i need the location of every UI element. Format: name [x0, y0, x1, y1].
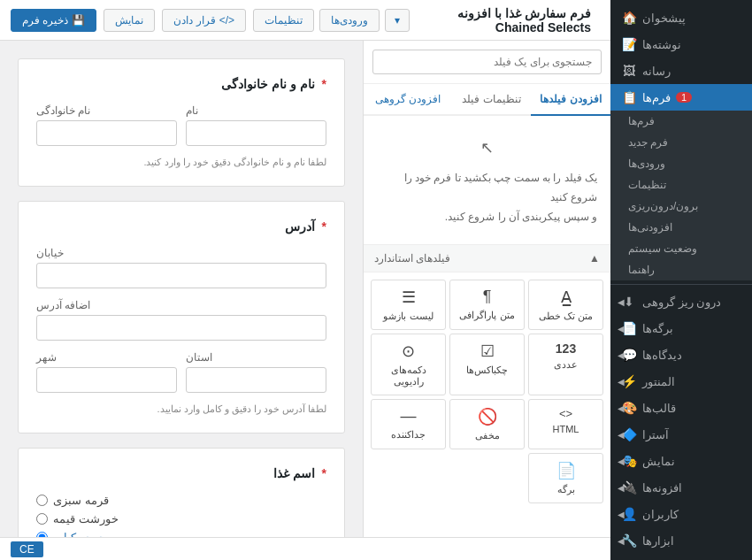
status-label: وضعیت سیستم — [628, 242, 697, 255]
settings-label: تنظیمات — [628, 179, 666, 191]
field-page[interactable]: 📄 برگه — [528, 453, 603, 503]
sidebar-sub-integrations[interactable]: برون/درون‌ریزی — [610, 196, 752, 217]
street-row: خیابان — [36, 247, 326, 288]
field-html[interactable]: <> HTML — [528, 399, 603, 449]
field-single-line[interactable]: A̲ متن تک خطی — [528, 280, 603, 330]
preview-label: نمایش — [115, 14, 143, 27]
city-input[interactable] — [36, 367, 177, 393]
comments-icon: 💬 — [621, 347, 637, 363]
preview-button[interactable]: نمایش — [104, 9, 155, 32]
sidebar-sub-new-form[interactable]: فرم جدید — [610, 132, 752, 153]
elementor-icon: ⚡ — [621, 373, 637, 389]
embed-label: قرار دادن — [173, 14, 215, 27]
street-input[interactable] — [36, 263, 326, 288]
save-button[interactable]: 💾 ذخیره فرم — [11, 9, 96, 32]
sidebar-item-posts[interactable]: نوشته‌ها 📝 — [610, 31, 752, 58]
field-list[interactable]: ☰ لیست بازشو — [371, 280, 446, 330]
entries-tab-label: ورودی‌ها — [331, 14, 368, 27]
sidebar-sub-addons[interactable]: افزودنی‌ها — [610, 217, 752, 238]
field-hidden[interactable]: 🚫 مخفی — [449, 399, 525, 449]
single-line-icon: A̲ — [533, 288, 599, 307]
sidebar-item-dashboard[interactable]: پیشخوان 🏠 — [610, 4, 752, 31]
field-number[interactable]: 123 عددی — [528, 334, 603, 395]
plugins-label: افزونه‌ها — [642, 481, 682, 495]
name-fields-row: نام نام خانوادگی — [36, 104, 326, 146]
address-section-title: * آدرس — [36, 219, 326, 234]
sidebar-item-templates[interactable]: قالب‌ها 🎨 — [610, 395, 752, 421]
sidebar-item-pages[interactable]: برگه‌ها 📄 — [610, 315, 752, 341]
sidebar-item-tools[interactable]: ابزارها 🔧 — [610, 527, 752, 554]
search-box — [364, 41, 610, 84]
name-title-text: نام و نام خانوادگی — [221, 77, 315, 91]
number-icon: 123 — [533, 341, 599, 356]
required-star-name: * — [322, 77, 326, 91]
forms-badge: 1 — [676, 92, 692, 103]
address-section: * آدرس خیابان اضافه آدرس — [18, 201, 345, 433]
more-label: ▾ — [395, 14, 400, 27]
entries-tab[interactable]: ورودی‌ها — [319, 9, 380, 32]
tab-add-fields[interactable]: افزودن فیلدها — [531, 84, 610, 116]
sidebar-sub-status[interactable]: وضعیت سیستم — [610, 238, 752, 259]
sidebar-item-gutenberg[interactable]: درون ریز گروهی ⬇ — [610, 288, 752, 315]
tab-field-settings-label: تنظیمات فیلد — [462, 93, 520, 105]
field-radio[interactable]: ⊙ دکمه‌های رادیویی — [371, 334, 446, 395]
first-name-input[interactable] — [186, 120, 326, 146]
food-radio-group: قرمه سبزی خورشت قیمه جوجه کباب — [36, 494, 326, 537]
cursor-icon: ↖ — [377, 134, 597, 162]
sidebar-sub-help[interactable]: راهنما — [610, 259, 752, 280]
standard-fields-label: فیلدهای استاندارد — [374, 252, 450, 265]
more-dropdown[interactable]: ▾ — [385, 9, 410, 32]
radio-label: دکمه‌های رادیویی — [391, 364, 426, 387]
last-name-input[interactable] — [36, 120, 177, 146]
tools-icon: 🔧 — [621, 533, 637, 548]
sidebar-sub-settings[interactable]: تنظیمات — [610, 174, 752, 196]
form-canvas: * نام و نام خانوادگی نام نام خانوادگی لط… — [0, 41, 363, 537]
sidebar-item-elementor[interactable]: المنتور ⚡ — [610, 368, 752, 395]
hint-area: ↖ یک فیلد را به سمت چپ بکشید تا فرم خود … — [364, 116, 610, 244]
sidebar-item-plugins[interactable]: افزونه‌ها 🔌 — [610, 474, 752, 501]
sidebar-item-forms[interactable]: 1 فرم‌ها 📋 — [610, 84, 752, 111]
tab-field-settings[interactable]: تنظیمات فیلد — [452, 84, 532, 116]
users-label: کاربران — [642, 508, 679, 521]
posts-label: نوشته‌ها — [642, 38, 681, 51]
tools-label: ابزارها — [642, 534, 674, 548]
food-radio-1[interactable] — [36, 495, 48, 506]
field-paragraph[interactable]: ¶ متن پاراگرافی — [449, 280, 525, 330]
divider-label: جداکننده — [391, 429, 426, 440]
state-input[interactable] — [186, 367, 326, 393]
sidebar-item-media[interactable]: رسانه 🖼 — [610, 58, 752, 84]
field-checkboxes[interactable]: ☑ چکباکس‌ها — [449, 334, 525, 395]
sidebar-item-settings-main[interactable]: تنظیمات ⚙ — [610, 554, 752, 560]
food-radio-2[interactable] — [36, 513, 48, 525]
sidebar-item-users[interactable]: کاربران 👤 — [610, 501, 752, 527]
field-divider[interactable]: — جداکننده — [371, 399, 446, 449]
standard-fields-header[interactable]: ▲ فیلدهای استاندارد — [364, 244, 610, 272]
sidebar: پیشخوان 🏠 نوشته‌ها 📝 رسانه 🖼 1 فرم‌ها 📋 … — [610, 0, 752, 560]
sidebar-sub-all-forms[interactable]: فرم‌ها — [610, 111, 752, 132]
tab-add-group-label: افزودن گروهی — [375, 93, 441, 105]
tab-add-group[interactable]: افزودن گروهی — [364, 84, 452, 116]
search-input[interactable] — [372, 50, 602, 74]
list-icon: ☰ — [375, 288, 441, 307]
city-label: شهر — [36, 351, 57, 364]
left-panel: افزودن فیلدها تنظیمات فیلد افزودن گروهی … — [363, 41, 610, 537]
sidebar-sub-entries[interactable]: ورودی‌ها — [610, 153, 752, 174]
last-name-label: نام خانوادگی — [36, 104, 90, 117]
sidebar-item-comments[interactable]: دیدگاه‌ها 💬 — [610, 341, 752, 368]
page-icon: 📄 — [533, 461, 599, 480]
last-name-field: نام خانوادگی — [36, 104, 177, 146]
forms-icon: 📋 — [621, 89, 637, 105]
name-section-title: * نام و نام خانوادگی — [36, 77, 326, 91]
templates-label: قالب‌ها — [642, 402, 676, 415]
posts-icon: 📝 — [621, 36, 637, 52]
all-forms-label: فرم‌ها — [628, 115, 655, 127]
embed-button[interactable]: </> قرار دادن — [162, 9, 246, 32]
state-field: استان — [186, 351, 326, 393]
sidebar-item-appearance[interactable]: نمایش 🎭 — [610, 448, 752, 474]
settings-tab[interactable]: تنظیمات — [253, 9, 314, 32]
sidebar-item-astra[interactable]: آسترا 🔷 — [610, 421, 752, 448]
list-label: لیست بازشو — [383, 311, 433, 321]
address2-input[interactable] — [36, 315, 326, 341]
plugins-icon: 🔌 — [621, 479, 637, 495]
astra-label: آسترا — [642, 428, 669, 441]
